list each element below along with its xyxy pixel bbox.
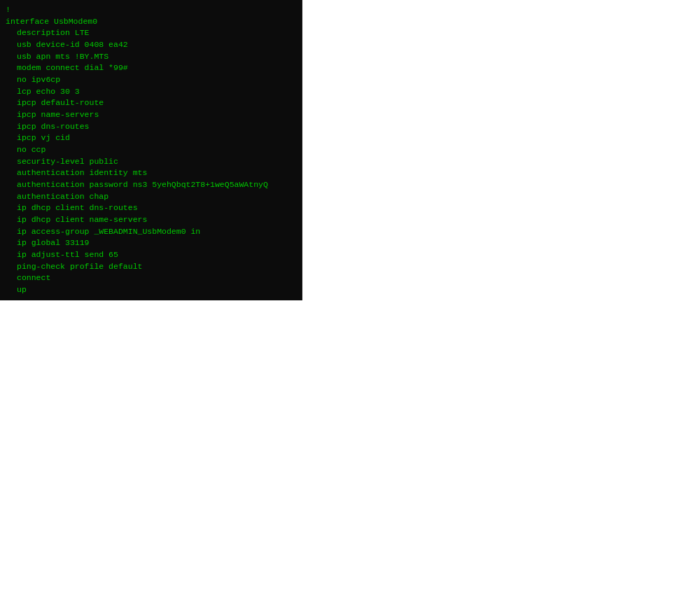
terminal-line: ping-check profile default <box>6 261 296 273</box>
terminal-line: lcp echo 30 3 <box>6 86 296 98</box>
terminal-line: authentication password ns3 5yehQbqt2T8+… <box>6 179 296 191</box>
terminal-line: authentication chap <box>6 191 296 203</box>
terminal-line: ipcp vj cid <box>6 132 296 144</box>
terminal-line: ipcp default-route <box>6 97 296 109</box>
terminal-line: security-level public <box>6 156 296 168</box>
terminal-line: ip global 33119 <box>6 237 296 249</box>
terminal-line: usb apn mts !BY.MTS <box>6 51 296 63</box>
terminal-line: no ipv6cp <box>6 74 296 86</box>
terminal-line: ip adjust-ttl send 65 <box>6 249 296 261</box>
terminal-line: connect <box>6 272 296 284</box>
terminal-line: ipcp name-servers <box>6 109 296 121</box>
terminal-line: usb device-id 0408 ea42 <box>6 39 296 51</box>
terminal-line: ip dhcp client dns-routes <box>6 202 296 214</box>
terminal-line: no ccp <box>6 144 296 156</box>
terminal-line: ip dhcp client name-servers <box>6 214 296 226</box>
terminal-line: ipcp dns-routes <box>6 121 296 133</box>
terminal-line: description LTE <box>6 27 296 39</box>
terminal-line: ip access-group _WEBADMIN_UsbModem0 in <box>6 226 296 238</box>
terminal-line: modem connect dial *99# <box>6 62 296 74</box>
terminal-line: ! <box>6 4 296 16</box>
terminal-line: up <box>6 284 296 296</box>
terminal-window: !interface UsbModem0description LTEusb d… <box>0 0 302 300</box>
terminal-line: authentication identity mts <box>6 167 296 179</box>
terminal-line: interface UsbModem0 <box>6 16 296 28</box>
